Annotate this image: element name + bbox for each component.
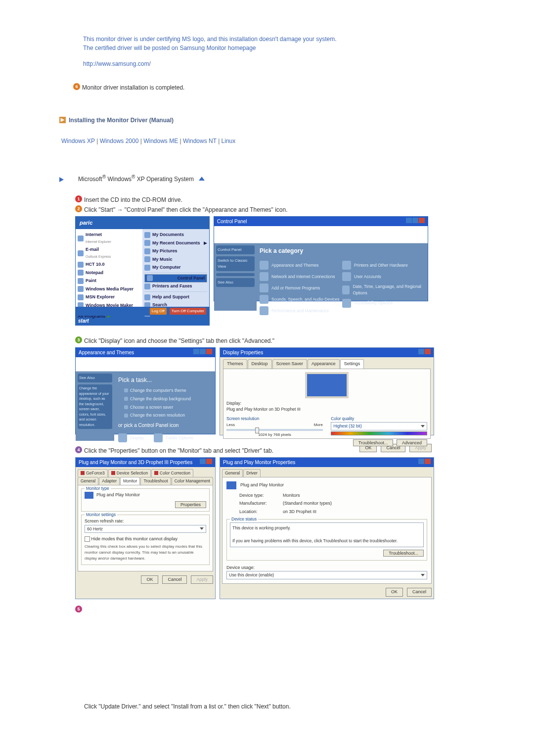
pp3d-tab[interactable]: Monitor bbox=[120, 477, 140, 485]
start-item[interactable]: InternetInternet Explorer bbox=[78, 231, 140, 246]
pnp-monitor-properties-screenshot: Plug and Play Monitor Properties General… bbox=[220, 457, 434, 599]
dp-tab[interactable]: Desktop bbox=[248, 359, 272, 369]
step-1-text: Insert the CD into the CD-ROM drive. bbox=[84, 195, 182, 204]
start-item[interactable]: MSN Explorer bbox=[78, 293, 140, 302]
os-sep: | bbox=[218, 138, 220, 144]
logoff-button[interactable]: Log Off bbox=[150, 308, 167, 315]
ppm-status-text: This device is working properly. If you … bbox=[230, 522, 424, 547]
ath-task[interactable]: Choose a screen saver bbox=[124, 404, 211, 411]
link-windows-xp[interactable]: Windows XP bbox=[61, 138, 95, 144]
start-item-right[interactable]: Help and Support bbox=[144, 293, 207, 301]
ath-icon-folder-options[interactable]: Folder Options bbox=[154, 433, 193, 442]
cp-category[interactable]: Add or Remove Programs bbox=[260, 284, 342, 292]
start-item[interactable]: E-mailOutlook Express bbox=[78, 246, 140, 261]
dp-tab[interactable]: Appearance bbox=[308, 359, 340, 369]
heading-bullet-icon bbox=[59, 117, 66, 123]
start-item-right[interactable]: Printers and Faxes bbox=[144, 283, 207, 291]
cp-category[interactable]: Printers and Other Hardware bbox=[342, 261, 425, 270]
max-icon[interactable] bbox=[412, 218, 418, 223]
ppm-cancel-button[interactable]: Cancel bbox=[407, 588, 432, 597]
pp3d-refresh-select[interactable]: 60 Hertz bbox=[85, 525, 206, 533]
notice-line-1: This monitor driver is under certifying … bbox=[83, 35, 480, 44]
pp3d-tab[interactable]: Adapter bbox=[99, 477, 120, 485]
notice-line-2: The certified driver will be posted on S… bbox=[83, 44, 480, 52]
cp-category[interactable]: Performance and Maintenance bbox=[260, 306, 342, 315]
dp-res-slider[interactable] bbox=[255, 427, 259, 433]
pp3d-monitor-settings-label: Monitor settings bbox=[85, 512, 117, 518]
dp-advanced-button[interactable]: Advanced bbox=[397, 439, 427, 446]
dp-tab[interactable]: Themes bbox=[223, 359, 247, 369]
cp-side-tile[interactable] bbox=[216, 273, 255, 276]
pp3d-tab[interactable]: Device Selection bbox=[108, 469, 151, 477]
ath-task[interactable]: Change the screen resolution bbox=[124, 412, 211, 419]
pp3d-monitor-type-value: Plug and Play Monitor bbox=[96, 492, 140, 499]
cp-category[interactable]: Sounds, Speech, and Audio Devices bbox=[260, 295, 342, 304]
link-windows-2000[interactable]: Windows 2000 bbox=[100, 138, 139, 144]
min-icon[interactable] bbox=[406, 218, 412, 223]
cp-category[interactable]: Appearance and Themes bbox=[260, 261, 342, 270]
link-windows-me[interactable]: Windows ME bbox=[143, 138, 178, 144]
os-sep: | bbox=[180, 138, 181, 144]
pp3d-properties-button[interactable]: Properties bbox=[175, 501, 206, 508]
start-item-right[interactable]: My Computer bbox=[144, 264, 207, 272]
ppm-troubleshoot-button[interactable]: Troubleshoot... bbox=[383, 550, 424, 557]
ppm-usage-select[interactable]: Use this device (enable) bbox=[226, 571, 427, 579]
cp-category[interactable]: Network and Internet Connections bbox=[260, 272, 342, 281]
cp-side-tile[interactable]: Control Panel bbox=[216, 245, 255, 254]
back-to-top-icon[interactable] bbox=[199, 177, 205, 181]
dp-monitor-preview-icon bbox=[305, 372, 349, 398]
bullet-4-icon: 4 bbox=[75, 446, 82, 453]
cp-category[interactable]: Date, Time, Language, and Regional Optio… bbox=[342, 284, 425, 296]
step-2-row: 2 Click "Start" → "Control Panel" then c… bbox=[75, 205, 480, 214]
dp-tab[interactable]: Settings bbox=[340, 359, 364, 369]
dropdown-icon bbox=[200, 527, 204, 530]
ath-task[interactable]: Change the desktop background bbox=[124, 396, 211, 402]
os-prefix: Microsoft bbox=[78, 176, 102, 183]
ppm-tab-general[interactable]: General bbox=[222, 469, 243, 477]
ath-task[interactable]: Change the computer's theme bbox=[124, 387, 211, 394]
start-item-right[interactable]: My Documents bbox=[144, 231, 207, 239]
pp3d-tab[interactable]: General bbox=[78, 477, 98, 485]
bullet-5-icon: 5 bbox=[75, 606, 82, 613]
pp3d-ok-button[interactable]: OK bbox=[141, 575, 158, 584]
cp-category[interactable]: User Accounts bbox=[342, 272, 425, 281]
start-item-right[interactable]: My Pictures bbox=[144, 247, 207, 256]
pp3d-tab[interactable]: Troubleshoot bbox=[140, 477, 171, 485]
pp3d-tab[interactable]: Color Management bbox=[172, 477, 213, 485]
dp-cq-select[interactable]: Highest (32 bit) bbox=[331, 422, 427, 430]
cp-side-tile[interactable]: Switch to Classic View bbox=[216, 256, 255, 271]
start-item[interactable]: HCT 10.0 bbox=[78, 261, 140, 269]
ppm-tab-driver[interactable]: Driver bbox=[243, 469, 261, 477]
pp3d-tab[interactable]: Color Correction bbox=[151, 469, 193, 477]
pp3d-apply-button: Apply bbox=[191, 575, 213, 584]
turnoff-button[interactable]: Turn Off Computer bbox=[170, 308, 206, 315]
start-item-right[interactable]: My Music bbox=[144, 255, 207, 264]
pp3d-cancel-button[interactable]: Cancel bbox=[162, 575, 187, 584]
step-4-text: Click the "Properties" button on the "Mo… bbox=[84, 446, 273, 455]
cp-side-tile[interactable]: See Also bbox=[216, 278, 255, 287]
dp-tab[interactable]: Screen Saver bbox=[272, 359, 308, 369]
start-item-right[interactable]: Control Panel bbox=[144, 274, 207, 283]
heading-row: Installing the Monitor Driver (Manual) bbox=[59, 116, 480, 125]
os-suffix: XP Operating System bbox=[135, 176, 194, 183]
pp3d-tab[interactable]: GeForce3 bbox=[78, 469, 108, 477]
ppm-ok-button[interactable]: OK bbox=[386, 588, 403, 597]
dp-troubleshoot-button[interactable]: Troubleshoot... bbox=[353, 439, 394, 446]
start-left-column: InternetInternet ExplorerE-mailOutlook E… bbox=[76, 229, 142, 308]
link-windows-nt[interactable]: Windows NT bbox=[183, 138, 217, 144]
step-6-row: 6 Monitor driver installation is complet… bbox=[73, 83, 480, 92]
samsung-url[interactable]: http://www.samsung.com/ bbox=[83, 59, 480, 68]
start-item[interactable]: Windows Media Player bbox=[78, 285, 140, 293]
dp-res-less: Less bbox=[226, 422, 235, 428]
os-sep: | bbox=[140, 138, 142, 144]
close-icon[interactable] bbox=[419, 218, 425, 223]
pp3d-hide-label: Hide modes that this monitor cannot disp… bbox=[91, 536, 178, 541]
start-item[interactable]: Notepad bbox=[78, 269, 140, 277]
start-item-right[interactable]: My Recent Documents ▶ bbox=[144, 239, 207, 247]
ath-icon-display[interactable]: Display bbox=[118, 433, 144, 442]
pp3d-hide-modes-checkbox[interactable] bbox=[85, 536, 90, 542]
ath-see-also: See Also bbox=[78, 374, 112, 382]
cp-category[interactable]: Accessibility Options bbox=[342, 299, 425, 308]
link-linux[interactable]: Linux bbox=[222, 138, 236, 144]
start-item[interactable]: Paint bbox=[78, 277, 140, 285]
